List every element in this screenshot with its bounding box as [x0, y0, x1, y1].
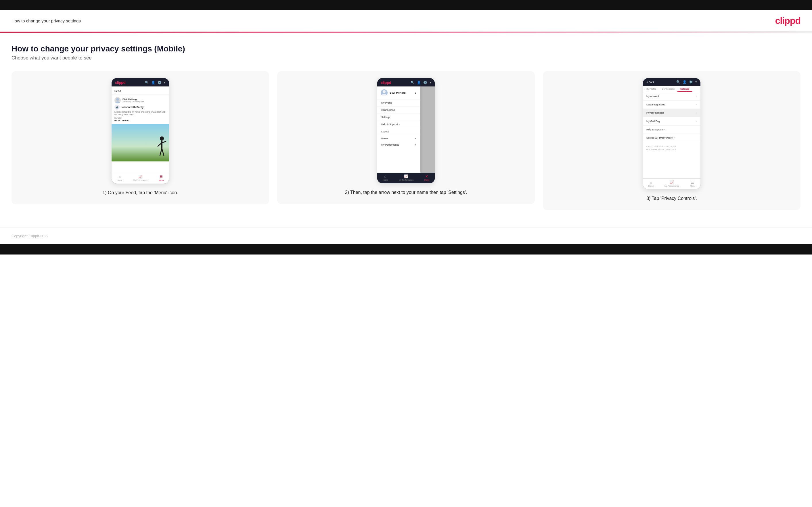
home-label-2: Home — [383, 179, 388, 181]
feed-post: Blair McHarg Yesterday · Sunningdale 📹 L… — [111, 95, 169, 124]
menu-item-label-logout: Logout — [381, 130, 389, 133]
menu-expand-icon: ▲ — [414, 91, 417, 95]
menu-label: Menu — [159, 179, 164, 181]
svg-line-6 — [160, 149, 162, 156]
search-icon: 🔍 — [145, 81, 149, 84]
chevron-my-account: › — [696, 95, 697, 98]
svg-line-7 — [162, 149, 164, 156]
nav-menu-1: ☰ Menu — [159, 175, 164, 181]
header: How to change your privacy settings clip… — [0, 10, 812, 32]
menu-item-label-profile: My Profile — [381, 101, 392, 104]
back-button[interactable]: < Back — [646, 81, 654, 83]
phone-screen-3: < Back 🔍 👤 ⚙️ ▾ My Profile Connections S… — [643, 78, 701, 189]
settings-label-privacy-policy: Service & Privacy Policy — [646, 136, 675, 139]
feed-user-row: Blair McHarg Yesterday · Sunningdale — [114, 97, 166, 103]
lesson-icon: 📹 — [114, 105, 119, 110]
feed-user-meta: Yesterday · Sunningdale — [122, 101, 144, 103]
performance-label-3: My Performance — [664, 185, 679, 187]
feed-duration-val: 01 hr : 30 min — [114, 119, 166, 122]
menu-user-name: Blair McHarg — [390, 91, 406, 94]
settings-item-privacy-policy[interactable]: Service & Privacy Policy — [643, 134, 701, 142]
menu-label-2: Menu — [424, 179, 429, 181]
menu-item-settings[interactable]: Settings — [377, 114, 420, 121]
chevron-golf-bag: › — [696, 120, 697, 123]
settings-version: Clippd Client Version: 2022.8.3-3 GQL Se… — [643, 142, 701, 154]
menu-panel: Blair McHarg ▲ My Profile Connections Se… — [377, 87, 420, 173]
feed-tab-label: Feed — [114, 90, 121, 93]
step-3-caption: 3) Tap 'Privacy Controls'. — [646, 195, 697, 202]
phone-screen-1: clippd 🔍 👤 ⚙️ ▾ Feed — [111, 78, 169, 183]
settings-item-my-account[interactable]: My Account › — [643, 92, 701, 101]
feed-duration-label: Duration — [114, 117, 166, 119]
performance-label-2: My Performance — [399, 179, 413, 181]
svg-point-9 — [382, 94, 387, 96]
chart-icon: 📈 — [138, 175, 143, 179]
user-icon: 👤 — [151, 81, 155, 84]
main-content: How to change your privacy settings (Mob… — [0, 33, 812, 227]
phone-bottom-nav-1: ⌂ Home 📈 My Performance ☰ Menu — [111, 173, 169, 183]
phone-screen-2: clippd 🔍 👤 ⚙️ ▾ — [377, 78, 435, 183]
top-bar — [0, 0, 812, 10]
home-label-3: Home — [648, 185, 654, 187]
step-3-card: < Back 🔍 👤 ⚙️ ▾ My Profile Connections S… — [543, 71, 801, 210]
phone-bottom-nav-3: ⌂ Home 📈 My Performance ☰ Menu — [643, 178, 701, 189]
feed-user-name: Blair McHarg — [122, 98, 144, 101]
menu-section-home[interactable]: Home ▾ — [377, 135, 420, 142]
menu-item-label-help: Help & Support — [381, 123, 400, 126]
step-2-caption: 2) Then, tap the arrow next to your name… — [345, 189, 467, 196]
menu-icon: ☰ — [160, 175, 163, 179]
nav-performance-3: 📈 My Performance — [664, 180, 679, 187]
menu-item-my-profile[interactable]: My Profile — [377, 99, 420, 107]
tab-connections[interactable]: Connections — [659, 86, 677, 92]
nav-home-1: ⌂ Home — [117, 175, 122, 181]
menu-user-left: Blair McHarg — [381, 89, 406, 96]
settings-item-golf-bag[interactable]: My Golf Bag › — [643, 117, 701, 125]
svg-line-5 — [162, 141, 166, 143]
nav-performance-1: 📈 My Performance — [133, 175, 148, 181]
menu-section-label-home: Home — [381, 137, 388, 140]
phone-nav-2: clippd 🔍 👤 ⚙️ ▾ — [377, 78, 435, 87]
settings-label-help: Help & Support — [646, 128, 665, 131]
feed-lesson-title: Lesson with Fordy — [121, 106, 144, 109]
menu-item-logout[interactable]: Logout — [377, 128, 420, 135]
settings-icon-3: ⚙️ — [689, 80, 693, 84]
phone-logo-1: clippd — [115, 80, 125, 85]
step-2-card: clippd 🔍 👤 ⚙️ ▾ — [277, 71, 535, 204]
page-subheading: Choose what you want people to see — [11, 55, 801, 61]
settings-item-data-integrations[interactable]: Data Integrations › — [643, 101, 701, 109]
settings-item-help[interactable]: Help & Support — [643, 125, 701, 134]
svg-point-0 — [116, 98, 119, 101]
menu-section-chevron-home: ▾ — [415, 137, 416, 140]
feed-lesson-row: 📹 Lesson with Fordy — [114, 105, 166, 110]
chart-icon-2: 📈 — [404, 174, 408, 178]
phone-nav-icons-2: 🔍 👤 ⚙️ ▾ — [411, 81, 431, 84]
settings-item-privacy-controls[interactable]: Privacy Controls › — [643, 109, 701, 117]
close-icon: ✕ — [425, 174, 428, 178]
menu-user-avatar — [381, 89, 388, 96]
feed-user-info: Blair McHarg Yesterday · Sunningdale — [122, 98, 144, 103]
footer: Copyright Clippd 2022 — [0, 227, 812, 244]
settings-icon: ⚙️ — [158, 81, 162, 84]
tab-my-profile[interactable]: My Profile — [643, 86, 659, 92]
chevron-icon-2: ▾ — [429, 81, 431, 84]
phone-nav-icons-3: 🔍 👤 ⚙️ ▾ — [676, 80, 697, 84]
steps-container: clippd 🔍 👤 ⚙️ ▾ Feed — [11, 71, 801, 210]
menu-label-3: Menu — [690, 185, 695, 187]
menu-section-performance[interactable]: My Performance ▾ — [377, 142, 420, 148]
menu-item-connections[interactable]: Connections — [377, 107, 420, 114]
nav-menu-close-2: ✕ Menu — [424, 174, 429, 181]
feed-tab: Feed — [111, 87, 169, 95]
tab-settings[interactable]: Settings — [677, 86, 693, 92]
settings-label-privacy-controls: Privacy Controls — [646, 111, 664, 114]
menu-item-help[interactable]: Help & Support — [377, 121, 420, 128]
nav-menu-3: ☰ Menu — [690, 180, 695, 187]
search-icon-3: 🔍 — [676, 80, 680, 84]
step-1-card: clippd 🔍 👤 ⚙️ ▾ Feed — [11, 71, 269, 204]
nav-home-2: ⌂ Home — [383, 174, 388, 181]
golf-image — [111, 124, 169, 161]
menu-icon-3: ☰ — [691, 180, 694, 184]
svg-point-2 — [160, 136, 164, 140]
menu-item-label-connections: Connections — [381, 109, 395, 111]
version-line-2: GQL Server Version: 2022.7.30-1 — [646, 148, 697, 151]
phone-bottom-nav-2: ⌂ Home 📈 My Performance ✕ Menu — [377, 173, 435, 183]
